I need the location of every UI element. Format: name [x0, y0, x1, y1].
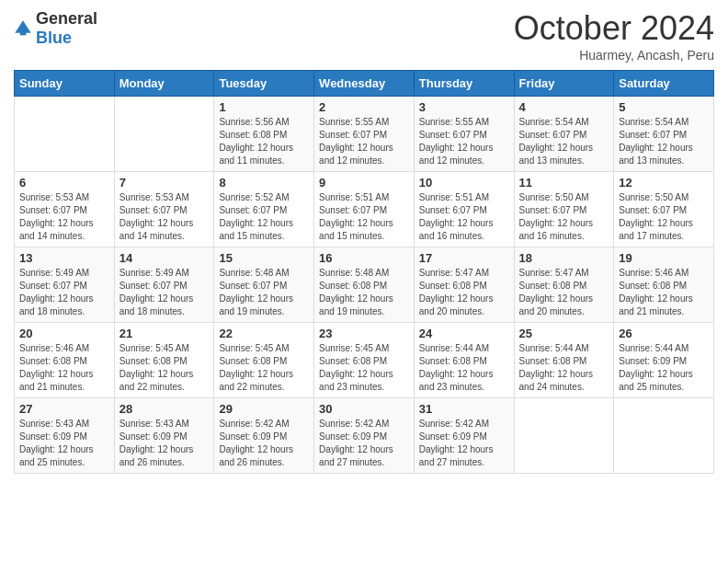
calendar-cell: 1Sunrise: 5:56 AM Sunset: 6:08 PM Daylig… — [214, 97, 314, 172]
col-header-sunday: Sunday — [15, 71, 115, 97]
calendar-week-2: 6Sunrise: 5:53 AM Sunset: 6:07 PM Daylig… — [15, 172, 714, 247]
page: General Blue October 2024 Huarmey, Ancas… — [0, 0, 728, 563]
day-number: 14 — [119, 251, 210, 265]
col-header-monday: Monday — [114, 71, 214, 97]
col-header-saturday: Saturday — [614, 71, 714, 97]
calendar-cell: 29Sunrise: 5:42 AM Sunset: 6:09 PM Dayli… — [214, 398, 314, 474]
day-info: Sunrise: 5:42 AM Sunset: 6:09 PM Dayligh… — [419, 418, 509, 469]
day-number: 6 — [19, 176, 109, 190]
calendar-cell: 12Sunrise: 5:50 AM Sunset: 6:07 PM Dayli… — [614, 172, 714, 247]
day-info: Sunrise: 5:42 AM Sunset: 6:09 PM Dayligh… — [319, 418, 409, 469]
day-info: Sunrise: 5:42 AM Sunset: 6:09 PM Dayligh… — [219, 418, 309, 469]
day-number: 5 — [619, 100, 709, 114]
logo-text: General Blue — [36, 9, 97, 48]
day-number: 16 — [319, 251, 409, 265]
col-header-thursday: Thursday — [414, 71, 514, 97]
day-number: 1 — [219, 100, 309, 114]
day-info: Sunrise: 5:51 AM Sunset: 6:07 PM Dayligh… — [419, 191, 509, 243]
calendar-week-3: 13Sunrise: 5:49 AM Sunset: 6:07 PM Dayli… — [15, 247, 714, 323]
day-number: 13 — [19, 251, 109, 265]
calendar-cell: 10Sunrise: 5:51 AM Sunset: 6:07 PM Dayli… — [414, 172, 514, 247]
day-number: 28 — [119, 402, 210, 416]
calendar-cell: 13Sunrise: 5:49 AM Sunset: 6:07 PM Dayli… — [15, 247, 115, 323]
day-number: 25 — [519, 327, 609, 340]
day-info: Sunrise: 5:45 AM Sunset: 6:08 PM Dayligh… — [119, 342, 210, 394]
generalblue-logo-icon — [14, 19, 32, 38]
calendar-cell: 4Sunrise: 5:54 AM Sunset: 6:07 PM Daylig… — [514, 97, 614, 172]
calendar-cell: 15Sunrise: 5:48 AM Sunset: 6:07 PM Dayli… — [214, 247, 314, 323]
day-info: Sunrise: 5:49 AM Sunset: 6:07 PM Dayligh… — [119, 267, 210, 318]
day-number: 26 — [619, 327, 709, 340]
calendar-cell — [514, 398, 614, 474]
day-info: Sunrise: 5:54 AM Sunset: 6:07 PM Dayligh… — [519, 116, 609, 167]
calendar-cell: 9Sunrise: 5:51 AM Sunset: 6:07 PM Daylig… — [314, 172, 415, 247]
calendar-cell — [15, 97, 115, 172]
calendar-header-row: SundayMondayTuesdayWednesdayThursdayFrid… — [15, 71, 714, 97]
day-number: 20 — [19, 327, 109, 340]
calendar-cell: 19Sunrise: 5:46 AM Sunset: 6:08 PM Dayli… — [614, 247, 714, 323]
day-info: Sunrise: 5:53 AM Sunset: 6:07 PM Dayligh… — [19, 191, 109, 243]
day-info: Sunrise: 5:53 AM Sunset: 6:07 PM Dayligh… — [119, 191, 210, 243]
month-title: October 2024 — [514, 9, 714, 48]
day-number: 11 — [519, 176, 609, 190]
day-number: 4 — [519, 100, 609, 114]
day-info: Sunrise: 5:50 AM Sunset: 6:07 PM Dayligh… — [619, 191, 709, 243]
day-info: Sunrise: 5:46 AM Sunset: 6:08 PM Dayligh… — [619, 267, 709, 318]
calendar-week-4: 20Sunrise: 5:46 AM Sunset: 6:08 PM Dayli… — [15, 323, 714, 398]
day-info: Sunrise: 5:45 AM Sunset: 6:08 PM Dayligh… — [219, 342, 309, 394]
day-number: 31 — [419, 402, 509, 416]
day-info: Sunrise: 5:51 AM Sunset: 6:07 PM Dayligh… — [319, 191, 409, 243]
col-header-friday: Friday — [514, 71, 614, 97]
calendar-cell: 21Sunrise: 5:45 AM Sunset: 6:08 PM Dayli… — [114, 323, 214, 398]
day-number: 24 — [419, 327, 509, 340]
day-number: 22 — [219, 327, 309, 340]
day-info: Sunrise: 5:44 AM Sunset: 6:09 PM Dayligh… — [619, 342, 709, 394]
day-number: 3 — [419, 100, 509, 114]
day-info: Sunrise: 5:43 AM Sunset: 6:09 PM Dayligh… — [119, 418, 210, 469]
title-section: October 2024 Huarmey, Ancash, Peru — [514, 9, 714, 63]
day-info: Sunrise: 5:50 AM Sunset: 6:07 PM Dayligh… — [519, 191, 609, 243]
calendar-cell — [614, 398, 714, 474]
day-info: Sunrise: 5:55 AM Sunset: 6:07 PM Dayligh… — [319, 116, 409, 167]
day-number: 30 — [319, 402, 409, 416]
day-number: 19 — [619, 251, 709, 265]
calendar-cell — [114, 97, 214, 172]
logo-general: General — [36, 9, 97, 28]
day-number: 17 — [419, 251, 509, 265]
calendar-week-5: 27Sunrise: 5:43 AM Sunset: 6:09 PM Dayli… — [15, 398, 714, 474]
day-info: Sunrise: 5:47 AM Sunset: 6:08 PM Dayligh… — [419, 267, 509, 318]
day-info: Sunrise: 5:46 AM Sunset: 6:08 PM Dayligh… — [19, 342, 109, 394]
calendar-cell: 8Sunrise: 5:52 AM Sunset: 6:07 PM Daylig… — [214, 172, 314, 247]
day-info: Sunrise: 5:54 AM Sunset: 6:07 PM Dayligh… — [619, 116, 709, 167]
day-number: 7 — [119, 176, 210, 190]
calendar-cell: 17Sunrise: 5:47 AM Sunset: 6:08 PM Dayli… — [414, 247, 514, 323]
calendar-cell: 3Sunrise: 5:55 AM Sunset: 6:07 PM Daylig… — [414, 97, 514, 172]
day-number: 8 — [219, 176, 309, 190]
subtitle: Huarmey, Ancash, Peru — [514, 48, 714, 63]
day-number: 2 — [319, 100, 409, 114]
calendar-cell: 18Sunrise: 5:47 AM Sunset: 6:08 PM Dayli… — [514, 247, 614, 323]
day-info: Sunrise: 5:44 AM Sunset: 6:08 PM Dayligh… — [419, 342, 509, 394]
calendar-cell: 24Sunrise: 5:44 AM Sunset: 6:08 PM Dayli… — [414, 323, 514, 398]
day-info: Sunrise: 5:47 AM Sunset: 6:08 PM Dayligh… — [519, 267, 609, 318]
calendar-cell: 14Sunrise: 5:49 AM Sunset: 6:07 PM Dayli… — [114, 247, 214, 323]
day-info: Sunrise: 5:48 AM Sunset: 6:08 PM Dayligh… — [319, 267, 409, 318]
col-header-wednesday: Wednesday — [314, 71, 415, 97]
calendar-cell: 25Sunrise: 5:44 AM Sunset: 6:08 PM Dayli… — [514, 323, 614, 398]
col-header-tuesday: Tuesday — [214, 71, 314, 97]
calendar-cell: 7Sunrise: 5:53 AM Sunset: 6:07 PM Daylig… — [114, 172, 214, 247]
day-info: Sunrise: 5:52 AM Sunset: 6:07 PM Dayligh… — [219, 191, 309, 243]
calendar-cell: 28Sunrise: 5:43 AM Sunset: 6:09 PM Dayli… — [114, 398, 214, 474]
day-number: 15 — [219, 251, 309, 265]
calendar-cell: 23Sunrise: 5:45 AM Sunset: 6:08 PM Dayli… — [314, 323, 415, 398]
calendar-cell: 31Sunrise: 5:42 AM Sunset: 6:09 PM Dayli… — [414, 398, 514, 474]
day-number: 18 — [519, 251, 609, 265]
day-number: 12 — [619, 176, 709, 190]
svg-rect-1 — [20, 30, 27, 35]
calendar-cell: 5Sunrise: 5:54 AM Sunset: 6:07 PM Daylig… — [614, 97, 714, 172]
calendar-table: SundayMondayTuesdayWednesdayThursdayFrid… — [14, 70, 714, 474]
calendar-cell: 26Sunrise: 5:44 AM Sunset: 6:09 PM Dayli… — [614, 323, 714, 398]
day-number: 27 — [19, 402, 109, 416]
day-info: Sunrise: 5:56 AM Sunset: 6:08 PM Dayligh… — [219, 116, 309, 167]
calendar-cell: 30Sunrise: 5:42 AM Sunset: 6:09 PM Dayli… — [314, 398, 415, 474]
